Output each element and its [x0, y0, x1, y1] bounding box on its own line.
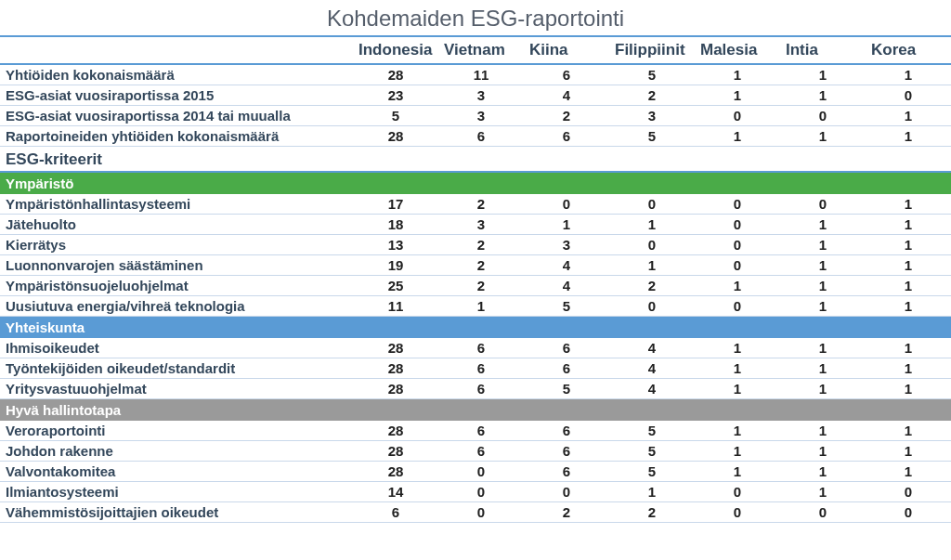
row-label: Ihmisoikeudet [0, 338, 353, 358]
row-value: 6 [438, 441, 524, 462]
row-value: 0 [695, 106, 780, 126]
category-blank [609, 172, 695, 194]
category-blank [353, 317, 438, 339]
row-value: 4 [524, 255, 609, 276]
category-row: Ympäristö [0, 172, 951, 194]
category-blank [438, 172, 524, 194]
row-value: 1 [609, 482, 695, 502]
row-value: 5 [524, 296, 609, 317]
table-row: Yhtiöiden kokonaismäärä281165111 [0, 64, 951, 85]
row-value: 1 [780, 215, 866, 235]
row-value: 0 [695, 194, 780, 215]
row-value: 1 [866, 194, 951, 215]
header-blank [0, 36, 353, 64]
row-value: 1 [866, 462, 951, 482]
criteria-blank [353, 147, 438, 173]
row-value: 0 [780, 194, 866, 215]
row-value: 1 [695, 441, 780, 462]
row-value: 1 [780, 276, 866, 296]
row-value: 5 [609, 421, 695, 441]
row-value: 0 [438, 462, 524, 482]
row-value: 28 [353, 338, 438, 358]
row-value: 28 [353, 441, 438, 462]
category-blank [609, 399, 695, 422]
header-col: Intia [780, 36, 866, 64]
row-value: 1 [866, 106, 951, 126]
row-value: 1 [866, 64, 951, 85]
row-value: 0 [695, 235, 780, 255]
category-label: Ympäristö [0, 172, 353, 194]
row-value: 1 [866, 215, 951, 235]
row-label: Jätehuolto [0, 215, 353, 235]
row-value: 0 [866, 482, 951, 502]
row-label: Johdon rakenne [0, 441, 353, 462]
row-value: 0 [524, 482, 609, 502]
table-row: Vähemmistösijoittajien oikeudet6022000 [0, 502, 951, 523]
row-value: 5 [609, 441, 695, 462]
header-col: Indonesia [353, 36, 438, 64]
table-row: Kierrätys13230011 [0, 235, 951, 255]
row-value: 1 [780, 482, 866, 502]
row-value: 1 [866, 441, 951, 462]
criteria-blank [780, 147, 866, 173]
row-value: 3 [438, 106, 524, 126]
category-row: Hyvä hallintotapa [0, 399, 951, 422]
criteria-blank [438, 147, 524, 173]
table-row: ESG-asiat vuosiraportissa 201523342110 [0, 85, 951, 106]
row-value: 18 [353, 215, 438, 235]
row-value: 1 [695, 64, 780, 85]
table-row: Työntekijöiden oikeudet/standardit286641… [0, 358, 951, 379]
criteria-blank [609, 147, 695, 173]
row-value: 1 [780, 421, 866, 441]
table-row: Johdon rakenne28665111 [0, 441, 951, 462]
row-value: 1 [695, 358, 780, 379]
row-value: 28 [353, 421, 438, 441]
row-value: 6 [438, 421, 524, 441]
row-value: 2 [609, 502, 695, 523]
row-value: 6 [438, 379, 524, 399]
row-value: 1 [866, 276, 951, 296]
row-label: Veroraportointi [0, 421, 353, 441]
row-value: 1 [695, 126, 780, 147]
row-value: 4 [524, 85, 609, 106]
row-value: 2 [524, 502, 609, 523]
row-value: 3 [609, 106, 695, 126]
category-blank [609, 317, 695, 339]
row-value: 11 [353, 296, 438, 317]
category-blank [353, 172, 438, 194]
row-value: 1 [780, 358, 866, 379]
row-value: 0 [695, 255, 780, 276]
row-value: 6 [524, 421, 609, 441]
table-row: Valvontakomitea28065111 [0, 462, 951, 482]
category-row: Yhteiskunta [0, 317, 951, 339]
row-value: 0 [695, 502, 780, 523]
row-value: 1 [609, 215, 695, 235]
row-value: 1 [866, 235, 951, 255]
category-blank [695, 172, 780, 194]
row-value: 1 [695, 85, 780, 106]
criteria-heading-row: ESG-kriteerit [0, 147, 951, 173]
esg-table: Indonesia Vietnam Kiina Filippiinit Male… [0, 35, 951, 523]
row-value: 0 [695, 296, 780, 317]
row-value: 1 [866, 379, 951, 399]
row-value: 2 [438, 255, 524, 276]
row-value: 5 [353, 106, 438, 126]
row-value: 1 [695, 379, 780, 399]
row-value: 0 [438, 482, 524, 502]
row-value: 0 [609, 296, 695, 317]
row-value: 1 [866, 421, 951, 441]
row-value: 14 [353, 482, 438, 502]
row-value: 0 [780, 502, 866, 523]
row-label: Uusiutuva energia/vihreä teknologia [0, 296, 353, 317]
category-blank [438, 399, 524, 422]
category-label: Yhteiskunta [0, 317, 353, 339]
row-value: 4 [609, 358, 695, 379]
row-value: 28 [353, 126, 438, 147]
category-blank [866, 317, 951, 339]
row-value: 0 [609, 194, 695, 215]
category-blank [695, 317, 780, 339]
table-row: Ilmiantosysteemi14001010 [0, 482, 951, 502]
row-value: 28 [353, 358, 438, 379]
report-container: Kohdemaiden ESG-raportointi Indonesia Vi… [0, 0, 951, 523]
criteria-blank [866, 147, 951, 173]
